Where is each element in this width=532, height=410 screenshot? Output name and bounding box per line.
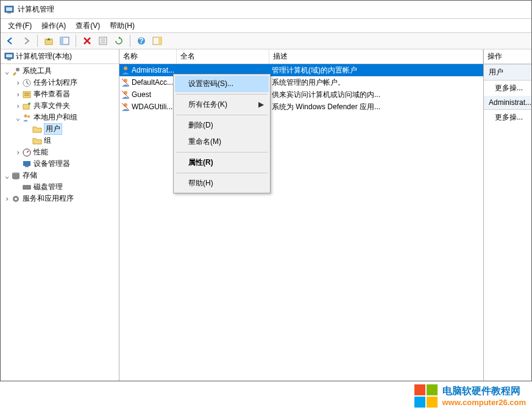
users-icon — [22, 113, 32, 123]
toolbar-separator — [37, 35, 38, 47]
svg-point-34 — [124, 67, 127, 70]
properties-button[interactable] — [96, 34, 110, 48]
services-icon — [11, 194, 21, 204]
computer-management-window: 计算机管理 文件(F) 操作(A) 查看(V) 帮助(H) ? 计算机管理(本地… — [0, 0, 532, 381]
ctx-separator — [176, 152, 268, 153]
action-body: 用户 更多操... Administrat... 更多操... — [484, 64, 531, 381]
user-icon — [121, 90, 130, 99]
svg-point-31 — [29, 187, 30, 188]
action-pane-button[interactable] — [150, 34, 165, 48]
watermark-text: 电脑软硬件教程网 www.computer26.com — [442, 385, 527, 407]
svg-point-24 — [24, 114, 27, 117]
svg-point-36 — [124, 91, 127, 95]
svg-rect-1 — [6, 7, 12, 11]
back-button[interactable] — [3, 34, 18, 48]
tree-item-device-manager[interactable]: 设备管理器 — [1, 158, 119, 170]
up-button[interactable] — [41, 34, 56, 48]
menu-help[interactable]: 帮助(H) — [105, 20, 140, 32]
action-more-2[interactable]: 更多操... — [484, 110, 531, 125]
tree-item-event-viewer[interactable]: ›事件查看器 — [1, 88, 119, 100]
titlebar: 计算机管理 — [1, 1, 531, 19]
menu-action[interactable]: 操作(A) — [37, 20, 71, 32]
ctx-properties[interactable]: 属性(R) — [175, 154, 269, 171]
ctx-separator — [176, 115, 268, 115]
action-section-users: 用户 — [484, 65, 531, 81]
device-icon — [22, 159, 32, 169]
tools-icon — [11, 67, 21, 76]
menu-view[interactable]: 查看(V) — [71, 20, 105, 32]
column-description[interactable]: 描述 — [269, 49, 483, 63]
svg-rect-16 — [7, 59, 11, 60]
action-more-1[interactable]: 更多操... — [484, 81, 531, 96]
column-name[interactable]: 名称 — [119, 49, 177, 63]
tree-header: 计算机管理(本地) — [1, 49, 119, 64]
action-pane: 操作 用户 更多操... Administrat... 更多操... — [484, 49, 531, 381]
svg-rect-13 — [158, 37, 161, 45]
toolbar: ? — [1, 32, 531, 49]
tree-item-system-tools[interactable]: ⌄系统工具 — [1, 65, 119, 77]
svg-point-33 — [15, 198, 17, 200]
tree-item-storage[interactable]: ⌄存储 — [1, 170, 119, 181]
ctx-separator — [176, 173, 268, 173]
tree-item-local-users-groups[interactable]: ⌄本地用户和组 — [1, 112, 119, 123]
action-header: 操作 — [484, 49, 531, 64]
tree-pane: 计算机管理(本地) ⌄系统工具 ›任务计划程序 ›事件查看器 ›共享文件夹 ⌄本… — [1, 49, 119, 381]
svg-point-35 — [124, 79, 127, 82]
svg-rect-27 — [23, 161, 30, 166]
share-icon — [22, 101, 32, 111]
list-header: 名称 全名 描述 — [119, 49, 483, 64]
user-icon — [121, 77, 130, 87]
performance-icon — [22, 148, 32, 157]
toolbar-separator — [76, 35, 76, 47]
storage-icon — [11, 171, 21, 181]
menu-file[interactable]: 文件(F) — [3, 20, 37, 32]
tree-view[interactable]: ⌄系统工具 ›任务计划程序 ›事件查看器 ›共享文件夹 ⌄本地用户和组 用户 组… — [1, 64, 119, 206]
svg-point-23 — [28, 103, 30, 105]
tree-item-task-scheduler[interactable]: ›任务计划程序 — [1, 77, 119, 88]
tree-item-users[interactable]: 用户 — [1, 123, 119, 135]
folder-icon — [32, 136, 42, 146]
tree-header-label: 计算机管理(本地) — [16, 51, 72, 62]
show-hide-tree-button[interactable] — [57, 34, 72, 48]
event-icon — [22, 90, 32, 99]
watermark-line1: 电脑软硬件教程网 — [442, 385, 527, 398]
delete-button[interactable] — [80, 34, 94, 48]
svg-rect-2 — [7, 12, 11, 13]
computer-icon — [4, 52, 14, 62]
help-button[interactable]: ? — [134, 34, 149, 48]
window-title: 计算机管理 — [18, 4, 528, 15]
tree-item-performance[interactable]: ›性能 — [1, 146, 119, 158]
user-icon — [121, 102, 130, 112]
clock-icon — [22, 78, 32, 88]
windows-logo-icon — [414, 384, 438, 408]
action-section-administrator: Administrat... — [484, 96, 531, 110]
watermark-line2: www.computer26.com — [442, 398, 527, 407]
ctx-all-tasks[interactable]: 所有任务(K)▶ — [175, 96, 269, 113]
tree-item-services-apps[interactable]: ›服务和应用程序 — [1, 193, 119, 204]
svg-rect-28 — [25, 166, 29, 167]
refresh-button[interactable] — [112, 34, 126, 48]
tree-item-groups[interactable]: 组 — [1, 135, 119, 146]
submenu-arrow-icon: ▶ — [258, 100, 264, 109]
ctx-set-password[interactable]: 设置密码(S)... — [175, 76, 269, 92]
svg-point-37 — [124, 103, 127, 107]
user-icon — [121, 65, 130, 75]
folder-icon — [32, 124, 42, 134]
watermark: 电脑软硬件教程网 www.computer26.com — [0, 381, 532, 410]
svg-rect-19 — [23, 92, 30, 98]
svg-text:?: ? — [139, 37, 143, 45]
tree-item-disk-mgmt[interactable]: 磁盘管理 — [1, 181, 119, 193]
ctx-separator — [176, 94, 268, 95]
ctx-rename[interactable]: 重命名(M) — [175, 134, 269, 150]
ctx-help[interactable]: 帮助(H) — [175, 175, 269, 192]
context-menu: 设置密码(S)... 所有任务(K)▶ 删除(D) 重命名(M) 属性(R) 帮… — [173, 74, 271, 193]
ctx-delete[interactable]: 删除(D) — [175, 117, 269, 134]
forward-button[interactable] — [19, 34, 34, 48]
toolbar-separator — [130, 35, 130, 47]
column-fullname[interactable]: 全名 — [177, 49, 269, 63]
disk-icon — [22, 182, 32, 192]
svg-rect-22 — [23, 104, 29, 109]
svg-rect-15 — [6, 54, 12, 57]
app-icon — [4, 5, 14, 15]
tree-item-shared-folders[interactable]: ›共享文件夹 — [1, 100, 119, 112]
